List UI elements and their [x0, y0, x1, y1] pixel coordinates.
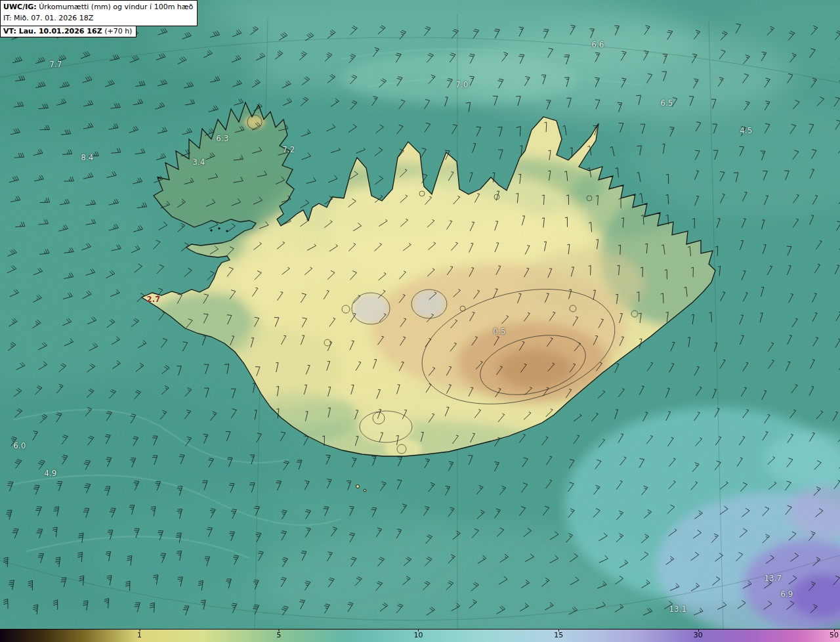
- model-label: UWC/IG:: [3, 3, 37, 11]
- colorbar: 1510153050: [0, 629, 840, 642]
- valid-time-box: VT: Lau. 10.01.2026 16Z (+70 h): [0, 26, 136, 37]
- colorbar-tick-label: 1: [137, 631, 142, 639]
- product-title-line: UWC/IG: Úrkomumætti (mm) og vindur í 100…: [3, 2, 193, 13]
- product-title: Úrkomumætti (mm) og vindur í 100m hæð: [39, 3, 193, 11]
- colorbar-tick-label: 50: [830, 631, 839, 639]
- init-time-line: IT: Mið. 07. 01. 2026 18Z: [3, 13, 193, 24]
- weather-map-page: 7.78.46.33.47.27.06.66.54.52.70.56.04.91…: [0, 0, 840, 642]
- colorbar-tick-label: 5: [276, 631, 281, 639]
- grain-overlay: [0, 0, 840, 642]
- weather-map-canvas: [0, 0, 840, 642]
- colorbar-tick-label: 15: [554, 631, 563, 639]
- valid-offset: (+70 h): [104, 27, 132, 35]
- colorbar-tick-label: 10: [413, 631, 423, 639]
- valid-time: VT: Lau. 10.01.2026 16Z: [3, 27, 102, 35]
- colorbar-tick-label: 30: [694, 631, 703, 639]
- header-box: UWC/IG: Úrkomumætti (mm) og vindur í 100…: [0, 0, 198, 26]
